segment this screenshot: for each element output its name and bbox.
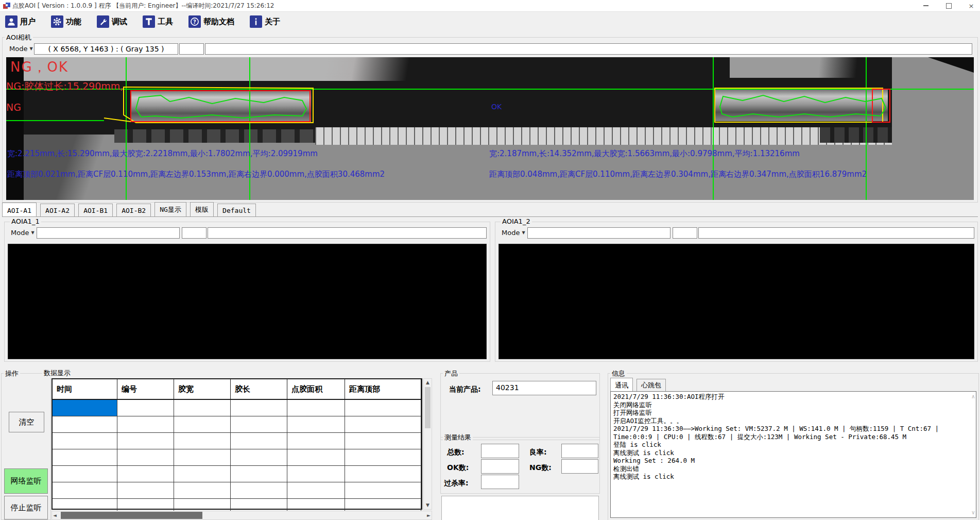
table-cell[interactable]: [287, 400, 345, 416]
table-row[interactable]: [53, 482, 421, 499]
total-field[interactable]: [481, 444, 519, 458]
product-group: 产品 当前产品: 40231: [440, 373, 600, 440]
tab-default[interactable]: Default: [217, 204, 256, 216]
aoia1-1-field-b[interactable]: [182, 227, 207, 239]
overkill-label: 过杀率:: [444, 479, 469, 488]
ng-reason-text: NG:胶体过长:15.290mm,: [6, 80, 123, 93]
aoia1-1-mode-dropdown[interactable]: Mode▼: [9, 227, 39, 238]
table-cell[interactable]: [231, 400, 287, 416]
ng-flag-text: NG: [6, 102, 21, 113]
table-header-row: 时间 编号 胶宽 胶长 点胶面积 距离顶部: [53, 379, 421, 400]
aoia1-1-image-pane[interactable]: [8, 244, 487, 359]
log-line: 打开网络监听: [613, 409, 969, 417]
detect-box-red-right: [872, 89, 890, 122]
toolbar-item-function[interactable]: 功能: [51, 15, 81, 28]
toolbar-item-user[interactable]: 用户: [5, 15, 36, 28]
aoia1-1-field-c[interactable]: [208, 227, 487, 239]
tab-template[interactable]: 模版: [190, 202, 214, 216]
app-icon: [3, 2, 11, 10]
table-row[interactable]: [53, 466, 421, 482]
right-stats-line2: 距离顶部0.048mm,距离CF层0.110mm,距离左边界0.304mm,距离…: [489, 170, 867, 179]
results-group-label: 测量结果: [443, 433, 473, 442]
toolbar-item-tools[interactable]: 工具: [143, 15, 173, 28]
col-header-dist-top[interactable]: 距离顶部: [345, 379, 421, 399]
tab-aoi-b2[interactable]: AOI-B2: [116, 204, 151, 216]
camera-field-wide[interactable]: [205, 43, 972, 55]
scroll-left-icon[interactable]: ◄: [53, 511, 57, 519]
aoia1-2-image-pane[interactable]: [498, 244, 974, 359]
camera-coords-text: ( X 6568, Y 1463 ) : ( Gray 135 ): [35, 44, 178, 54]
aoia1-2-field-b[interactable]: [673, 227, 697, 239]
table-cell[interactable]: [174, 400, 231, 416]
ng-count-field[interactable]: [561, 459, 598, 474]
scroll-down-icon[interactable]: ▼: [424, 501, 432, 509]
minimize-button[interactable]: [922, 2, 930, 9]
aoia1-2-field-a[interactable]: [527, 227, 670, 239]
table-vertical-scrollbar[interactable]: ▲ ▼: [423, 378, 432, 510]
glue-contour-left: [136, 95, 306, 118]
table-cell[interactable]: [117, 400, 174, 416]
aoia1-1-group: AOIA1_1 Mode▼: [4, 222, 490, 362]
col-header-glue-area[interactable]: 点胶面积: [287, 379, 345, 399]
help-icon: ?: [188, 15, 201, 28]
scrollbar-thumb[interactable]: [61, 512, 202, 519]
chevron-down-icon: ▼: [522, 230, 525, 235]
camera-mode-dropdown[interactable]: Mode▼: [7, 43, 37, 54]
overkill-field[interactable]: [481, 475, 519, 489]
close-button[interactable]: ×: [968, 2, 975, 9]
col-header-id[interactable]: 编号: [117, 379, 174, 399]
col-header-glue-length[interactable]: 胶长: [231, 379, 287, 399]
camera-image-view[interactable]: NG，OK NG:胶体过长:15.290mm, NG OK 宽:2.215mm,…: [6, 57, 974, 200]
tab-aoi-a1[interactable]: AOI-A1: [2, 203, 37, 216]
left-stats-line1: 宽:2.215mm,长:15.290mm,最大胶宽:2.2218mm,最小:1.…: [7, 149, 318, 159]
window-title: 点胶AOI [ Version : 1.0.0.9 ] 程序 【当前用户: En…: [12, 2, 274, 10]
camera-field-small[interactable]: [179, 43, 204, 55]
scrollbar-thumb[interactable]: [425, 387, 431, 428]
table-row[interactable]: [53, 433, 421, 449]
data-table: 时间 编号 胶宽 胶长 点胶面积 距离顶部: [51, 378, 422, 510]
current-product-field[interactable]: 40231: [492, 381, 596, 395]
scroll-up-icon[interactable]: ▲: [424, 379, 432, 387]
ok-count-field[interactable]: [481, 459, 519, 474]
toolbar-item-about[interactable]: 关于: [250, 15, 280, 28]
col-header-time[interactable]: 时间: [53, 379, 117, 399]
aoia1-2-group: AOIA1_2 Mode▼: [495, 222, 978, 362]
tab-aoi-b1[interactable]: AOI-B1: [78, 204, 113, 216]
log-line: 关闭网络监听: [613, 401, 969, 409]
table-horizontal-scrollbar[interactable]: ◄ ►: [51, 511, 432, 520]
aoia1-2-mode-dropdown[interactable]: Mode▼: [500, 227, 529, 238]
stop-listen-button[interactable]: 停止监听: [4, 496, 48, 519]
tab-heartbeat[interactable]: 心跳包: [637, 379, 666, 391]
table-row[interactable]: [53, 449, 421, 466]
tab-aoi-a2[interactable]: AOI-A2: [40, 204, 75, 216]
col-header-glue-width[interactable]: 胶宽: [174, 379, 231, 399]
scroll-down-icon[interactable]: ∨: [971, 509, 975, 517]
log-line: 离线测试 is click: [613, 473, 969, 481]
scroll-up-icon[interactable]: ∧: [971, 393, 975, 401]
network-listen-button[interactable]: 网络监听: [4, 468, 48, 494]
minimize-icon: [923, 5, 929, 6]
gear-icon: [51, 15, 63, 28]
toolbar-item-debug[interactable]: 调试: [97, 15, 127, 28]
product-group-label: 产品: [443, 369, 459, 378]
empty-status-panel: [441, 496, 599, 520]
table-row[interactable]: [53, 400, 421, 416]
comm-log[interactable]: 2021/7/29 11:36:30:AOI程序打开 关闭网络监听 打开网络监听…: [610, 391, 976, 518]
table-row[interactable]: [53, 416, 421, 433]
main-toolbar: 用户 功能 调试 工具 ? 帮助文档 关于: [0, 12, 980, 31]
tab-ng-display[interactable]: NG显示: [154, 202, 186, 216]
aoia1-2-field-c[interactable]: [698, 227, 974, 239]
maximize-button[interactable]: [945, 2, 952, 9]
table-cell-selected[interactable]: [53, 400, 117, 416]
log-line: Time:0:0:9 | CPU:0 | 线程数:67 | 提交大小:123M …: [613, 433, 969, 441]
aoia1-1-field-a[interactable]: [37, 227, 180, 239]
log-line: 2021/7/29 11:36:30——>Working Set: VM:523…: [613, 425, 969, 433]
camera-coords-field[interactable]: ( X 6568, Y 1463 ) : ( Gray 135 ): [34, 43, 178, 55]
scroll-right-icon[interactable]: ►: [427, 511, 431, 519]
tab-comm[interactable]: 通讯: [610, 378, 633, 391]
yield-field[interactable]: [561, 444, 598, 458]
clear-button[interactable]: 清空: [9, 412, 44, 432]
table-cell[interactable]: [345, 400, 421, 416]
toolbar-item-help[interactable]: ? 帮助文档: [188, 15, 234, 28]
info-group-label: 信息: [610, 369, 627, 378]
